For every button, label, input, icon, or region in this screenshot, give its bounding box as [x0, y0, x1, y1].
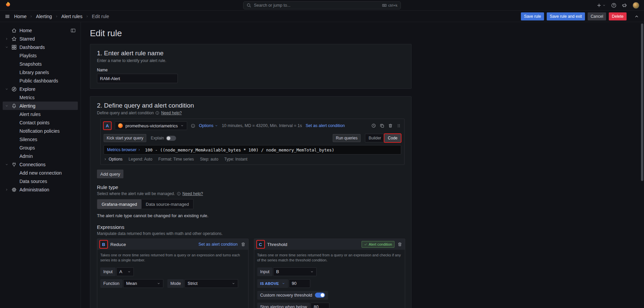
sidebar-item-contact-points[interactable]: Contact points — [3, 118, 78, 127]
sidebar-item-notification-policies[interactable]: Notification policies — [3, 127, 78, 135]
sidebar-item-explore[interactable]: Explore — [3, 85, 78, 93]
reduce-mode-select[interactable]: Strict — [184, 279, 238, 288]
format-option: Format: Time series — [158, 157, 194, 162]
news-icon — [622, 3, 627, 8]
chevron-down-icon — [215, 124, 218, 127]
chevron-down-icon[interactable] — [5, 46, 8, 49]
recovery-threshold-toggle[interactable] — [315, 293, 325, 298]
breadcrumb-alert-rules[interactable]: Alert rules — [61, 14, 83, 19]
sidebar-item-alert-rules[interactable]: Alert rules — [3, 110, 78, 118]
star-icon — [11, 36, 17, 42]
step2-title: 2. Define query and alert condition — [97, 102, 405, 109]
rule-name-input[interactable] — [97, 74, 178, 83]
code-mode-option[interactable]: Code — [384, 134, 401, 142]
top-bar: ctrl+k — [0, 0, 644, 11]
sidebar-item-add-new-connection[interactable]: Add new connection — [3, 169, 78, 177]
chevron-down-icon[interactable] — [5, 163, 8, 166]
info-icon — [155, 111, 159, 115]
grafana-logo-icon[interactable] — [5, 1, 11, 9]
menu-toggle-button[interactable] — [5, 14, 10, 19]
chevron-right-icon — [55, 15, 58, 18]
cancel-button[interactable]: Cancel — [588, 12, 606, 20]
grafana-managed-option[interactable]: Grafana-managed — [97, 199, 142, 209]
chevron-down-icon[interactable] — [5, 87, 8, 91]
sidebar-item-label: Connections — [19, 162, 76, 167]
promql-expression-input[interactable]: 100 - ((node_memory_MemAvailable_bytes *… — [145, 147, 334, 152]
sidebar-item-admin[interactable]: Admin — [3, 152, 78, 160]
reduce-input-select[interactable]: A — [116, 267, 134, 276]
reduce-function-select[interactable]: Mean — [123, 279, 163, 288]
data-source-managed-option[interactable]: Data source-managed — [142, 199, 194, 209]
add-query-button[interactable]: Add query — [97, 170, 123, 178]
sidebar-item-data-sources[interactable]: Data sources — [3, 177, 78, 185]
datasource-picker[interactable]: prometheus-victoriametrics — [115, 121, 187, 130]
delete-button[interactable]: Delete — [609, 12, 627, 20]
metrics-browser-toggle[interactable]: Metrics browser — [107, 147, 141, 152]
sidebar-item-silences[interactable]: Silences — [3, 135, 78, 143]
sidebar-item-public-dashboards[interactable]: Public dashboards — [3, 76, 78, 85]
kick-start-query-button[interactable]: Kick start your query — [104, 134, 146, 142]
trash-icon[interactable] — [388, 123, 393, 128]
step1-title: 1. Enter alert rule name — [97, 50, 405, 57]
threshold-value-input[interactable] — [289, 279, 310, 288]
query-editor-card: A prometheus-victoriametrics Options 10 … — [100, 119, 405, 165]
chevron-down-icon — [282, 282, 285, 285]
query-ref-badge-a[interactable]: A — [104, 122, 111, 129]
page-title: Edit rule — [90, 28, 644, 39]
sidebar-item-connections[interactable]: Connections — [3, 160, 78, 169]
new-menu-button[interactable] — [596, 3, 606, 8]
info-icon — [191, 124, 195, 128]
recovery-threshold-input[interactable] — [311, 303, 329, 308]
threshold-ref-badge-c[interactable]: C — [257, 241, 264, 248]
sidebar-item-groups[interactable]: Groups — [3, 143, 78, 152]
threshold-condition-select[interactable]: IS ABOVE — [257, 279, 288, 288]
query-editor-body: Kick start your query Explain Run querie… — [101, 132, 404, 165]
sidebar-item-administration[interactable]: Administration — [3, 185, 78, 194]
query-options-toggle[interactable]: Options — [199, 123, 218, 128]
threshold-expression-card: C Threshold Alert condition Takes one or… — [254, 239, 406, 308]
explain-toggle[interactable] — [166, 136, 176, 141]
collapse-top-button[interactable] — [634, 14, 639, 19]
sidebar-item-dashboards[interactable]: Dashboards — [3, 43, 78, 51]
news-button[interactable] — [622, 3, 627, 8]
chevron-right-icon[interactable] — [5, 188, 8, 191]
dock-sidebar-icon[interactable] — [70, 28, 76, 33]
sidebar-item-home[interactable]: Home — [3, 26, 78, 35]
user-avatar[interactable] — [633, 2, 639, 9]
save-rule-button[interactable]: Save rule — [521, 12, 544, 20]
duplicate-icon[interactable] — [380, 123, 384, 128]
breadcrumb-alerting[interactable]: Alerting — [36, 14, 52, 19]
search-box[interactable]: ctrl+k — [243, 1, 401, 9]
sidebar-item-library-panels[interactable]: Library panels — [3, 68, 78, 76]
need-help-link[interactable]: Need help? — [161, 111, 181, 115]
sidebar-item-metrics[interactable]: Metrics — [3, 93, 78, 102]
reduce-ref-badge-b[interactable]: B — [100, 241, 107, 248]
trash-icon[interactable] — [241, 242, 246, 247]
chevron-right-icon[interactable] — [5, 37, 8, 41]
query-header-actions — [371, 123, 401, 128]
breadcrumb-home[interactable]: Home — [14, 14, 26, 19]
threshold-input-select[interactable]: B — [273, 267, 317, 276]
keyboard-icon — [382, 3, 387, 8]
query-options-expander[interactable]: Options — [104, 157, 122, 162]
sidebar-item-playlists[interactable]: Playlists — [3, 51, 78, 60]
drag-handle-icon[interactable] — [396, 123, 401, 128]
run-queries-button[interactable]: Run queries — [333, 134, 361, 142]
function-label: Function — [100, 279, 122, 288]
sidebar-item-alerting[interactable]: Alerting — [3, 102, 78, 110]
query-options-row: Options Legend: Auto Format: Time series… — [104, 157, 401, 162]
search-input[interactable] — [254, 3, 379, 8]
set-alert-condition-link[interactable]: Set as alert condition — [199, 242, 238, 247]
save-rule-and-exit-button[interactable]: Save rule and exit — [547, 12, 585, 20]
trash-icon[interactable] — [397, 242, 402, 247]
sidebar-item-snapshots[interactable]: Snapshots — [3, 60, 78, 68]
topbar-actions — [596, 2, 639, 9]
vertical-scrollbar[interactable] — [641, 23, 643, 181]
chevron-down-icon[interactable] — [5, 104, 8, 108]
need-help-link[interactable]: Need help? — [182, 191, 203, 196]
set-alert-condition-link[interactable]: Set as alert condition — [306, 123, 345, 128]
builder-mode-option[interactable]: Builder — [365, 134, 384, 142]
help-button[interactable] — [611, 3, 616, 8]
history-icon[interactable] — [371, 123, 376, 128]
sidebar-item-starred[interactable]: Starred — [3, 35, 78, 43]
